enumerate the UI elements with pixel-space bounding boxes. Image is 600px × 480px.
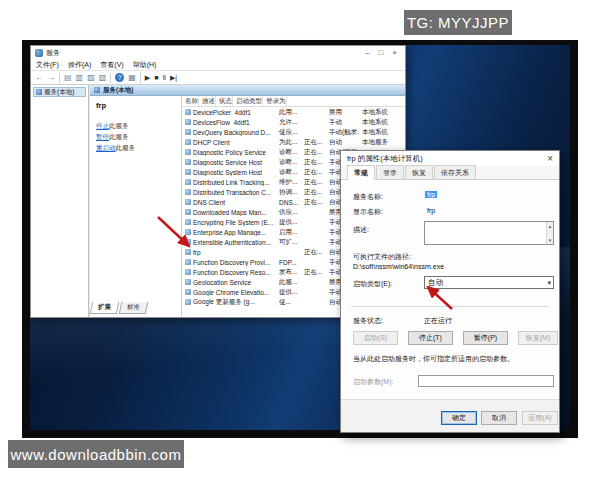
dialog-tabs: 常规登录恢复依存关系 xyxy=(341,166,559,180)
table-row[interactable]: DevQuery Background D... 使应... 手动(触发... … xyxy=(182,127,405,137)
service-gear-icon xyxy=(185,269,191,275)
service-name-cell: DHCP Client xyxy=(193,139,230,146)
stop-service-icon[interactable]: ■ xyxy=(154,73,158,83)
menu-item[interactable]: 查看(V) xyxy=(100,60,123,70)
export-list-icon[interactable]: ▨ xyxy=(87,73,95,83)
service-status-cell: 正在... xyxy=(301,268,326,277)
start-button[interactable]: 启动(S) xyxy=(353,331,398,345)
column-header[interactable]: 名称 xyxy=(182,96,199,106)
column-header[interactable]: 状态 xyxy=(216,96,233,106)
dialog-tab[interactable]: 恢复 xyxy=(405,165,433,179)
service-desc-cell: DNS... xyxy=(276,199,301,206)
service-name-cell: Extensible Authentication... xyxy=(193,239,271,246)
service-logon-cell: 本地系统 xyxy=(359,118,405,127)
stop-button[interactable]: 停止(T) xyxy=(408,331,453,345)
dialog-tab[interactable]: 依存关系 xyxy=(434,165,476,179)
service-gear-icon xyxy=(185,279,191,285)
table-row[interactable]: DHCP Client 为此... 正在... 自动 本地服务 xyxy=(182,137,405,147)
ok-button[interactable]: 确定 xyxy=(441,411,477,425)
service-action-link[interactable]: 暂停此服务 xyxy=(96,131,181,142)
service-name-cell: Diagnostic Service Host xyxy=(193,159,262,166)
service-startup-cell: 自动 xyxy=(326,138,359,147)
dialog-tab[interactable]: 登录 xyxy=(376,165,404,179)
properties-icon[interactable]: ▦ xyxy=(128,73,136,83)
service-gear-icon xyxy=(185,139,191,145)
extended-pane: frp 停止此服务 暂停此服务 重启动此服务 xyxy=(90,96,182,317)
maximize-icon[interactable]: □ xyxy=(378,49,383,57)
scroll-down-icon[interactable]: ▾ xyxy=(549,237,552,243)
params-note: 当从此处启动服务时，你可指定所适用的启动参数。 xyxy=(353,354,553,364)
cancel-button[interactable]: 取消 xyxy=(481,411,517,425)
service-name-cell: frp xyxy=(193,249,201,256)
service-desc-cell: 此用... xyxy=(276,108,301,117)
column-header[interactable]: 启动类型 xyxy=(233,96,263,106)
dialog-footer: 确定 取消 应用(A) xyxy=(341,399,559,432)
service-desc-cell: 可扩... xyxy=(276,238,301,247)
back-icon[interactable]: ← xyxy=(35,73,43,83)
service-status-cell: 正在... xyxy=(301,188,326,197)
close-icon[interactable]: × xyxy=(392,49,397,57)
service-gear-icon xyxy=(185,219,191,225)
service-desc-cell: 协调... xyxy=(276,188,301,197)
service-name-cell: Downloaded Maps Man... xyxy=(193,209,267,216)
startup-type-select[interactable]: 自动 ▾ xyxy=(424,276,554,289)
service-desc-cell: 使... xyxy=(276,298,301,307)
help-icon[interactable]: ? xyxy=(115,73,124,82)
forward-icon[interactable]: → xyxy=(47,73,55,83)
view-tab[interactable]: 标准 xyxy=(119,302,149,314)
service-name-label: 服务名称: xyxy=(353,192,383,202)
menubar: 文件(F)操作(A)查看(V)帮助(H) xyxy=(31,60,405,71)
apply-button[interactable]: 应用(A) xyxy=(522,411,558,425)
service-gear-icon xyxy=(185,249,191,255)
service-action-link[interactable]: 重启动此服务 xyxy=(96,142,181,153)
service-desc-cell: 诊断... xyxy=(276,168,301,177)
display-name-value[interactable]: frp xyxy=(427,207,435,214)
service-name-cell: Distributed Transaction C... xyxy=(193,189,271,196)
service-desc-cell: 提供... xyxy=(276,288,301,297)
menu-item[interactable]: 文件(F) xyxy=(36,60,59,70)
service-gear-icon xyxy=(185,259,191,265)
dialog-tab[interactable]: 常规 xyxy=(347,165,375,180)
dialog-titlebar: frp 的属性(本地计算机) × xyxy=(341,151,559,166)
startup-params-input[interactable] xyxy=(418,375,554,387)
toolbar: ←→▤▥▨▧?▦▶■‖▶| xyxy=(31,71,405,85)
scroll-up-icon[interactable]: ▴ xyxy=(549,223,552,229)
description-textarea[interactable]: ▴▾ xyxy=(424,221,554,245)
service-name-value[interactable]: frp xyxy=(425,191,437,198)
resume-button[interactable]: 恢复(M) xyxy=(518,331,558,345)
service-gear-icon xyxy=(185,109,191,115)
service-name-cell: Function Discovery Provi... xyxy=(193,259,270,266)
column-header[interactable]: 登录为 xyxy=(263,96,287,106)
minimize-icon[interactable]: – xyxy=(365,49,369,57)
pause-button[interactable]: 暂停(P) xyxy=(463,331,508,345)
table-row[interactable]: DevicePicker_4ddf1 此用... 禁用 本地系统 xyxy=(182,107,405,117)
service-desc-cell: 使应... xyxy=(276,128,301,137)
service-gear-icon xyxy=(185,299,191,305)
start-service-icon[interactable]: ▶ xyxy=(145,73,150,83)
table-row[interactable]: DevicesFlow_4ddf1 允许... 手动 本地系统 xyxy=(182,117,405,127)
service-name-cell: DevicesFlow_4ddf1 xyxy=(193,119,250,126)
pause-service-icon[interactable]: ‖ xyxy=(162,73,165,83)
toolbar-separator[interactable] xyxy=(59,73,60,83)
toolbar-separator[interactable] xyxy=(110,73,111,83)
service-desc-cell: 维护... xyxy=(276,178,301,187)
show-console-tree-icon[interactable]: ▤ xyxy=(64,73,72,83)
exe-path-label: 可执行文件的路径: xyxy=(353,252,411,262)
menu-item[interactable]: 操作(A) xyxy=(68,60,91,70)
service-action-link[interactable]: 停止此服务 xyxy=(96,120,181,131)
watermark-website: www.downloadbbin.com xyxy=(8,440,184,468)
restart-service-icon[interactable]: ▶| xyxy=(170,73,177,83)
help-doc-icon[interactable]: ▧ xyxy=(99,73,107,83)
toolbar-separator[interactable] xyxy=(140,73,141,83)
dialog-title: frp 的属性(本地计算机) xyxy=(347,154,547,164)
service-name-cell: Google 更新服务 (g... xyxy=(193,298,255,307)
menu-item[interactable]: 帮助(H) xyxy=(133,60,157,70)
view-tab[interactable]: 扩展 xyxy=(90,302,120,314)
column-header[interactable]: 描述 xyxy=(199,96,216,106)
scrollbar[interactable]: ▴▾ xyxy=(546,222,553,244)
service-name-cell: DevQuery Background D... xyxy=(193,129,271,136)
dialog-close-icon[interactable]: × xyxy=(547,154,553,164)
service-desc-cell: 诊断... xyxy=(276,148,301,157)
tree-item-services-local[interactable]: 服务(本地) xyxy=(33,87,86,97)
console-window-icon[interactable]: ▥ xyxy=(76,73,84,83)
